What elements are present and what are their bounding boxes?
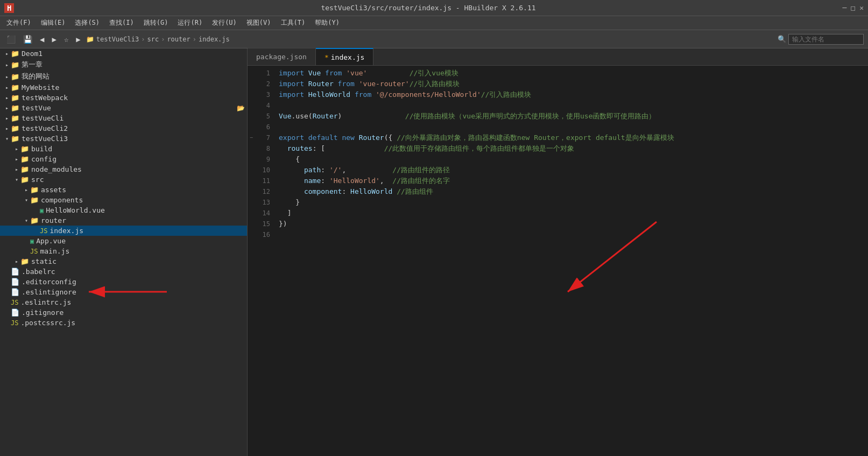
code-line-16[interactable]: 16	[248, 229, 868, 240]
folder-arrow-testVueCli2[interactable]: ▸	[3, 125, 11, 131]
sidebar-item-.eslintignore[interactable]: 📄.eslintignore	[0, 287, 247, 297]
sidebar-item-components[interactable]: ▾📁components	[0, 195, 247, 205]
line-content-15[interactable]: })	[274, 219, 868, 229]
line-content-6[interactable]	[274, 122, 868, 132]
folder-arrow-我的网站[interactable]: ▸	[3, 74, 11, 80]
folder-arrow-router[interactable]: ▾	[23, 218, 30, 223]
sidebar-item-testVueCli3[interactable]: ▾📁testVueCli3	[0, 134, 247, 144]
line-content-10[interactable]: path: '/', //路由组件的路径	[274, 165, 868, 176]
code-line-4[interactable]: 4	[248, 100, 868, 111]
sidebar-item-MyWebsite[interactable]: ▸📁MyWebsite	[0, 82, 247, 93]
code-line-5[interactable]: 5Vue.use(Router) //使用路由模块（vue采用声明式的方式使用模…	[248, 111, 868, 122]
sidebar-item-main.js[interactable]: JSmain.js	[0, 246, 247, 256]
save-button[interactable]: 💾	[21, 34, 34, 45]
run-button[interactable]: ▶	[74, 34, 82, 45]
line-content-12[interactable]: component: HelloWorld //路由组件	[274, 186, 868, 197]
breadcrumb-item-1[interactable]: src	[147, 36, 159, 43]
code-line-12[interactable]: 12 component: HelloWorld //路由组件	[248, 186, 868, 197]
line-content-16[interactable]	[274, 229, 868, 240]
bookmark-button[interactable]: ☆	[62, 34, 70, 45]
code-line-1[interactable]: 1import Vue from 'vue' //引入vue模块	[248, 68, 868, 79]
folder-arrow-MyWebsite[interactable]: ▸	[3, 85, 11, 90]
code-line-11[interactable]: 11 name: 'HelloWorld', //路由组件的名字	[248, 176, 868, 186]
folder-arrow-build[interactable]: ▸	[13, 146, 20, 152]
line-content-1[interactable]: import Vue from 'vue' //引入vue模块	[274, 68, 868, 79]
editor-content[interactable]: 1import Vue from 'vue' //引入vue模块2import …	[248, 66, 868, 456]
folder-arrow-Deom1[interactable]: ▸	[3, 51, 11, 57]
sidebar-item-index.js[interactable]: JSindex.js	[0, 226, 247, 236]
line-content-5[interactable]: Vue.use(Router) //使用路由模块（vue采用声明式的方式使用模块…	[274, 111, 868, 122]
sidebar-item-.postcssrc.js[interactable]: JS.postcssrc.js	[0, 318, 247, 328]
line-content-4[interactable]	[274, 100, 868, 111]
menu-tools[interactable]: 工具(T)	[277, 17, 310, 29]
code-line-14[interactable]: 14 ]	[248, 208, 868, 219]
code-line-6[interactable]: 6	[248, 122, 868, 132]
sidebar-item-build[interactable]: ▸📁build	[0, 144, 247, 154]
sidebar-item-.eslintrc.js[interactable]: JS.eslintrc.js	[0, 297, 247, 307]
menu-find[interactable]: 查找(I)	[105, 17, 138, 29]
sidebar-item-config[interactable]: ▸📁config	[0, 154, 247, 164]
menu-run[interactable]: 运行(R)	[173, 17, 207, 29]
code-line-3[interactable]: 3import HelloWorld from '@/components/He…	[248, 89, 868, 100]
sidebar-item-node_modules[interactable]: ▸📁node_modules	[0, 164, 247, 174]
sidebar-item-HelloWorld.vue[interactable]: ▣HelloWorld.vue	[0, 205, 247, 215]
tab-index.js[interactable]: *index.js	[316, 48, 373, 65]
breadcrumb-item-3[interactable]: index.js	[199, 36, 230, 43]
maximize-icon[interactable]: □	[851, 4, 855, 12]
sidebar-item-App.vue[interactable]: ▣App.vue	[0, 236, 247, 246]
folder-arrow-src[interactable]: ▾	[13, 177, 20, 183]
menu-goto[interactable]: 跳转(G)	[139, 17, 173, 29]
sidebar-item-.babelrc[interactable]: 📄.babelrc	[0, 266, 247, 277]
sidebar-item-static[interactable]: ▸📁static	[0, 256, 247, 266]
folder-arrow-config[interactable]: ▸	[13, 156, 20, 162]
sidebar-item-.gitignore[interactable]: 📄.gitignore	[0, 307, 247, 318]
line-content-14[interactable]: ]	[274, 208, 868, 219]
sidebar-item-testVueCli2[interactable]: ▸📁testVueCli2	[0, 123, 247, 134]
code-line-7[interactable]: −7export default new Router({ //向外暴露路由对象…	[248, 132, 868, 143]
new-file-button[interactable]: ⬛	[4, 34, 18, 45]
code-line-8[interactable]: 8 routes: [ //此数值用于存储路由组件，每个路由组件都单独是一个对象	[248, 143, 868, 154]
nav-back-button[interactable]: ◀	[38, 34, 46, 45]
folder-arrow-testWebpack[interactable]: ▸	[3, 95, 11, 101]
folder-arrow-第一章[interactable]: ▸	[3, 62, 11, 68]
sidebar-item-router[interactable]: ▾📁router	[0, 215, 247, 226]
folder-arrow-components[interactable]: ▾	[23, 197, 30, 203]
line-content-11[interactable]: name: 'HelloWorld', //路由组件的名字	[274, 176, 868, 186]
sidebar-item-.editorconfig[interactable]: 📄.editorconfig	[0, 277, 247, 287]
sidebar-item-testVue[interactable]: ▸📁testVue📂	[0, 103, 247, 113]
close-icon[interactable]: ✕	[859, 4, 864, 12]
folder-arrow-static[interactable]: ▸	[13, 258, 20, 264]
line-content-2[interactable]: import Router from 'vue-router'//引入路由模块	[274, 79, 868, 89]
sidebar-item-assets[interactable]: ▸📁assets	[0, 185, 247, 195]
menu-help[interactable]: 帮助(Y)	[310, 17, 344, 29]
line-content-7[interactable]: export default new Router({ //向外暴露路由对象，路…	[274, 132, 868, 143]
line-content-8[interactable]: routes: [ //此数值用于存储路由组件，每个路由组件都单独是一个对象	[274, 143, 868, 154]
menu-edit[interactable]: 编辑(E)	[37, 17, 70, 29]
line-content-3[interactable]: import HelloWorld from '@/components/Hel…	[274, 89, 868, 100]
sidebar-item-Deom1[interactable]: ▸📁Deom1	[0, 48, 247, 59]
breadcrumb-item-2[interactable]: router	[167, 36, 190, 43]
tab-package.json[interactable]: package.json	[248, 48, 316, 65]
line-content-9[interactable]: {	[274, 154, 868, 165]
sidebar-item-testVueCli[interactable]: ▸📁testVueCli	[0, 113, 247, 123]
code-line-13[interactable]: 13 }	[248, 197, 868, 208]
folder-arrow-assets[interactable]: ▸	[23, 187, 30, 193]
menu-view[interactable]: 视图(V)	[242, 17, 276, 29]
folder-arrow-testVueCli3[interactable]: ▾	[3, 136, 11, 142]
code-line-9[interactable]: 9 {	[248, 154, 868, 165]
sidebar-item-src[interactable]: ▾📁src	[0, 174, 247, 185]
search-input[interactable]	[788, 34, 864, 45]
folder-arrow-testVue[interactable]: ▸	[3, 105, 11, 111]
line-content-13[interactable]: }	[274, 197, 868, 208]
breadcrumb-item-0[interactable]: testVueCli3	[96, 36, 139, 43]
code-line-2[interactable]: 2import Router from 'vue-router'//引入路由模块	[248, 79, 868, 89]
folder-arrow-testVueCli[interactable]: ▸	[3, 115, 11, 121]
menu-publish[interactable]: 发行(U)	[208, 17, 241, 29]
menu-file[interactable]: 文件(F)	[2, 17, 36, 29]
minimize-icon[interactable]: ─	[843, 4, 847, 12]
nav-forward-button[interactable]: ▶	[50, 34, 58, 45]
sidebar-item-testWebpack[interactable]: ▸📁testWebpack	[0, 93, 247, 103]
sidebar-item-我的网站[interactable]: ▸📁我的网站	[0, 71, 247, 82]
sidebar-item-第一章[interactable]: ▸📁第一章	[0, 59, 247, 71]
fold-gutter-7[interactable]: −	[248, 132, 255, 143]
